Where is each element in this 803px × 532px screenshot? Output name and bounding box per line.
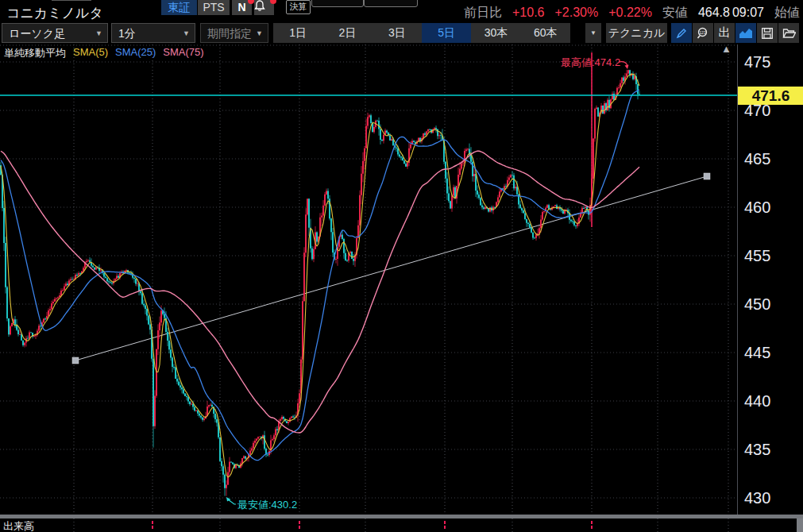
sma-legend: 単純移動平均 SMA(5)SMA(25)SMA(75) [4,46,211,60]
volume-label: 出来高 [3,519,34,532]
toolbar: ローソク足▼ 1分▼ 期間指定▼ 1日2日3日5日30本60本 ▼ テクニカル … [0,22,803,44]
current-price-badge: 471.6 [738,87,803,105]
chart-type-value: ローソク足 [9,27,65,40]
legend-item: SMA(5) [73,46,108,58]
axis-tick: 475 [744,53,770,71]
kessan-badge: 決算 [286,0,311,14]
pencil-icon [675,27,688,40]
axis-tick: 430 [744,489,770,507]
area-chart-icon [739,27,753,40]
svg-text:123: 123 [699,29,706,34]
interval-select[interactable]: 1分▼ [111,23,195,43]
axis-scroll-up-icon[interactable]: ▲ [721,43,732,55]
legend-title: 単純移動平均 [4,46,66,60]
chevron-down-icon: ▼ [183,24,190,43]
low-time: 09:07 [732,6,764,20]
open-label: 始値 [774,5,800,21]
legend-item: SMA(75) [163,46,203,58]
candlestick-chart[interactable]: 最高値:474.2最安値:430.2 [0,44,737,515]
low-label: 安値 [662,5,688,21]
price-axis[interactable]: 475470465460455450445440435430471.6 [737,44,803,515]
range-button-5日[interactable]: 5日 [422,23,471,43]
clipped-button-1[interactable] [311,0,364,7]
export-icon: 出 [719,25,731,40]
high-annotation: 最高値:474.2 [561,56,620,68]
clipped-element-edge [52,0,91,1]
prev-diff-value: +10.6 [512,6,544,20]
news-button[interactable]: N [232,0,252,15]
save-button[interactable] [757,23,778,43]
tab-pts[interactable]: PTS [198,0,230,15]
chart-area[interactable]: 最高値:474.2最安値:430.2 単純移動平均 SMA(5)SMA(25)S… [0,44,803,515]
low-annotation: 最安値:430.2 [237,499,297,511]
low-value: 464.8 [698,6,730,20]
symbol-title: コニカミノルタ [6,4,103,22]
news-alert-dot [248,0,254,4]
range-button-3日[interactable]: 3日 [373,23,422,43]
news-n-icon: N [237,1,245,13]
chart-style-button[interactable] [735,23,756,43]
quote-strip: 前日比 +10.6 +2.30% +0.22% 安値 464.8 09:07 始… [464,5,800,21]
range-button-group: 1日2日3日5日30本60本 [273,23,570,43]
stock-chart-app: コニカミノルタ 東証 PTS N 決算 前日比 +10.6 +2.30% +0.… [0,0,803,532]
export-button[interactable]: 出 [714,23,735,43]
period-select[interactable]: 期間指定▼ [200,23,268,43]
alert-bell-button[interactable] [254,0,274,15]
axis-tick: 445 [744,344,770,362]
search-123-button[interactable]: 123 [693,23,713,43]
legend-item: SMA(25) [115,46,156,58]
axis-tick: 460 [744,199,770,217]
range-more-button[interactable]: ▼ [585,23,601,43]
save-floppy-icon [761,27,774,40]
bell-alert-dot [270,0,276,4]
volume-gridlines [0,519,803,532]
period-value: 期間指定 [207,27,252,40]
prev-diff-label: 前日比 [464,5,502,21]
range-button-30本[interactable]: 30本 [471,23,520,43]
bell-icon [254,0,265,12]
chevron-down-icon: ▼ [256,24,263,43]
axis-tick: 465 [744,150,770,168]
scrollbar-corner [797,519,803,532]
chart-type-select[interactable]: ローソク足▼ [2,23,108,43]
draw-pencil-button[interactable] [671,23,692,43]
search-123-icon: 123 [696,26,710,40]
header: コニカミノルタ 東証 PTS N 決算 前日比 +10.6 +2.30% +0.… [0,0,803,22]
axis-tick: 455 [744,247,770,265]
clipped-button-2[interactable] [364,0,418,7]
folder-icon [782,27,796,39]
technical-button[interactable]: テクニカル [606,23,667,43]
prev-diff-pct: +2.30% [554,6,598,20]
axis-tick: 440 [744,392,770,411]
volume-pane: 出来高 [0,519,803,532]
tab-tosho[interactable]: 東証 [161,0,197,15]
axis-tick: 450 [744,295,770,314]
range-button-1日[interactable]: 1日 [273,23,322,43]
range-button-60本[interactable]: 60本 [521,23,570,43]
chevron-down-icon: ▼ [95,24,102,43]
legend-series: SMA(5)SMA(25)SMA(75) [73,46,211,60]
open-folder-button[interactable] [778,23,799,43]
axis-tick: 435 [744,441,770,459]
extra-pct: +0.22% [608,6,652,20]
interval-value: 1分 [118,27,136,40]
range-button-2日[interactable]: 2日 [322,23,372,43]
